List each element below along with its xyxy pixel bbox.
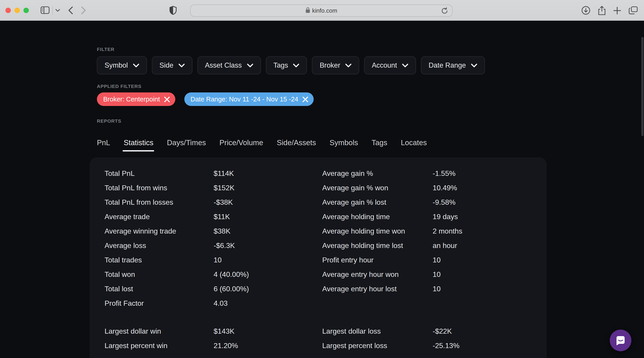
chat-launcher-button[interactable] xyxy=(610,329,632,351)
reload-icon xyxy=(441,7,448,15)
report-tab-locates[interactable]: Locates xyxy=(401,138,427,152)
page-content: FILTER SymbolSideAsset ClassTagsBrokerAc… xyxy=(90,21,547,358)
chip-label: Date Range: Nov 11 -24 - Nov 15 -24 xyxy=(190,96,298,103)
stat-label: Total PnL from losses xyxy=(104,198,214,206)
stat-label: Largest percent loss xyxy=(322,342,433,350)
address-bar[interactable]: kinfo.com xyxy=(190,5,452,17)
statistics-card: Total PnL$114KTotal PnL from wins$152KTo… xyxy=(90,157,547,358)
reports-section-label: REPORTS xyxy=(97,118,547,124)
minimize-window-button[interactable] xyxy=(14,8,20,13)
report-tab-side-assets[interactable]: Side/Assets xyxy=(277,138,316,152)
stat-label: Average entry hour lost xyxy=(322,285,433,293)
shield-icon xyxy=(170,6,177,15)
stat-value: 10 xyxy=(433,270,547,279)
stat-value: 19 days xyxy=(433,213,547,221)
stat-label: Average trade xyxy=(104,213,214,221)
stat-value: -$6.3K xyxy=(214,242,322,250)
report-tab-days-times[interactable]: Days/Times xyxy=(167,138,206,152)
stat-value: 6 (60.00%) xyxy=(214,285,322,293)
stat-row: Profit Factor4.03 xyxy=(104,296,322,311)
chevron-down-icon xyxy=(471,63,477,67)
stat-label: Average holding time won xyxy=(322,227,433,235)
toolbar-right-icons xyxy=(581,0,638,21)
stat-label: Average gain % xyxy=(322,170,433,178)
downloads-button[interactable] xyxy=(581,6,590,15)
stat-label: Profit Factor xyxy=(104,299,214,307)
applied-filters-label: APPLIED FILTERS xyxy=(97,83,547,89)
stat-value: $114K xyxy=(214,170,322,178)
share-button[interactable] xyxy=(598,6,606,15)
filter-dropdown-side[interactable]: Side xyxy=(152,56,192,74)
report-tab-tags[interactable]: Tags xyxy=(372,138,387,152)
stat-value: -9.58% xyxy=(433,198,547,206)
chat-bubble-icon xyxy=(615,335,626,345)
stats-column-right: Average gain %-1.55%Average gain % won10… xyxy=(322,166,547,311)
back-button[interactable] xyxy=(68,6,73,14)
chevron-down-icon xyxy=(293,63,300,67)
stat-value: -$22K xyxy=(433,327,547,335)
close-window-button[interactable] xyxy=(6,8,11,13)
report-tab-pnl[interactable]: PnL xyxy=(97,138,110,152)
filter-dropdown-account[interactable]: Account xyxy=(364,56,416,74)
filter-dropdown-symbol[interactable]: Symbol xyxy=(97,56,147,74)
page-scrollbar[interactable] xyxy=(641,37,644,136)
stat-value: 21.20% xyxy=(214,342,322,350)
screen: kinfo.com xyxy=(0,0,644,358)
filter-dropdown-date-range[interactable]: Date Range xyxy=(421,56,485,74)
filter-dropdown-label: Tags xyxy=(273,61,288,70)
report-tab-price-volume[interactable]: Price/Volume xyxy=(220,138,263,152)
applied-filter-chip[interactable]: Broker: Centerpoint xyxy=(97,92,175,106)
filter-dropdown-label: Symbol xyxy=(104,61,128,70)
tab-overview-button[interactable] xyxy=(629,6,638,15)
filter-dropdown-tags[interactable]: Tags xyxy=(266,56,307,74)
stats-column-left: Total PnL$114KTotal PnL from wins$152KTo… xyxy=(104,166,322,311)
sidebar-toggle-button[interactable] xyxy=(40,6,50,14)
stat-row: Largest dollar loss-$22K xyxy=(322,324,547,339)
privacy-shield-wrap xyxy=(170,6,177,15)
chevron-down-icon xyxy=(178,63,184,67)
stat-row: Total PnL$114K xyxy=(104,166,322,181)
stat-row: Average holding time won2 months xyxy=(322,224,547,238)
stat-label: Total PnL xyxy=(104,170,214,178)
stat-row: Average gain % won10.49% xyxy=(322,181,547,195)
sidebar-menu-chevron-button[interactable] xyxy=(56,9,60,12)
stat-label: Total lost xyxy=(104,285,214,293)
filter-dropdown-label: Date Range xyxy=(428,61,466,70)
stat-row: Total lost6 (60.00%) xyxy=(104,282,322,296)
stat-row: Largest dollar win$143K xyxy=(104,324,322,339)
stat-label: Average loss xyxy=(104,242,214,250)
sidebar-controls xyxy=(40,6,60,15)
filter-dropdown-label: Broker xyxy=(320,61,340,70)
stat-label: Average holding time lost xyxy=(322,242,433,250)
new-tab-button[interactable] xyxy=(613,7,621,14)
stat-value: $143K xyxy=(214,327,322,335)
stat-label: Average gain % lost xyxy=(322,198,433,206)
stat-value: $152K xyxy=(214,184,322,192)
filter-dropdown-broker[interactable]: Broker xyxy=(312,56,359,74)
chevron-down-icon xyxy=(56,9,60,12)
forward-button[interactable] xyxy=(81,6,86,14)
stat-label: Average entry hour won xyxy=(322,270,433,279)
report-tab-symbols[interactable]: Symbols xyxy=(330,138,358,152)
kinfo-page: FILTER SymbolSideAsset ClassTagsBrokerAc… xyxy=(0,21,644,358)
stat-row: Average holding time lostan hour xyxy=(322,238,547,253)
stat-label: Largest dollar win xyxy=(104,327,214,335)
stat-row: Average loss-$6.3K xyxy=(104,238,322,253)
applied-filter-chip[interactable]: Date Range: Nov 11 -24 - Nov 15 -24 xyxy=(184,92,314,106)
stat-label: Total won xyxy=(104,270,214,279)
privacy-report-button[interactable] xyxy=(170,6,177,15)
stat-row: Average holding time19 days xyxy=(322,210,547,224)
stat-row: Total trades10 xyxy=(104,253,322,267)
remove-filter-icon xyxy=(302,96,308,102)
reload-button[interactable] xyxy=(441,7,448,16)
stat-row: Average entry hour lost10 xyxy=(322,282,547,296)
stat-value: $11K xyxy=(214,213,322,221)
filter-dropdown-label: Side xyxy=(159,61,173,70)
stat-value: 10 xyxy=(214,256,322,264)
chip-remove-button[interactable] xyxy=(164,96,170,102)
zoom-window-button[interactable] xyxy=(24,8,29,13)
chip-remove-button[interactable] xyxy=(302,96,308,102)
nav-buttons xyxy=(68,6,86,14)
filter-dropdown-asset-class[interactable]: Asset Class xyxy=(197,56,261,74)
report-tab-statistics[interactable]: Statistics xyxy=(124,138,154,152)
